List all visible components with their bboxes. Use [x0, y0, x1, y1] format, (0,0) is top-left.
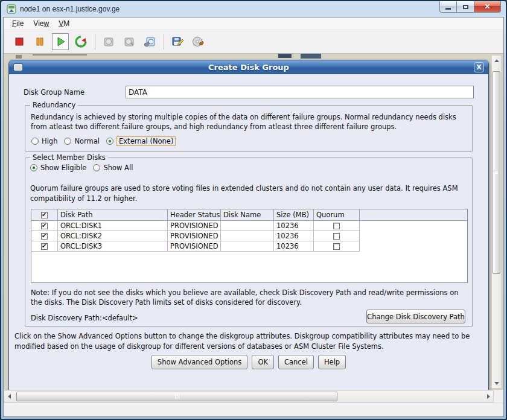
minimize-button[interactable] [439, 1, 457, 13]
advanced-options-note: Click on the Show Advanced Options butto… [14, 331, 484, 352]
minimize-icon [445, 8, 451, 10]
disk-discovery-path-label: Disk Discovery Path:<default> [31, 314, 138, 322]
redundancy-options: High Normal External (None) [31, 136, 182, 146]
quorum-checkbox[interactable] [333, 223, 340, 229]
power-on-button[interactable] [52, 33, 69, 50]
member-disk-filters: Show Eligible Show All [30, 164, 139, 172]
table-row[interactable]: ORCL:DISK1 PROVISIONED 10236 [31, 221, 467, 231]
horizontal-scrollbar-thumb[interactable] [16, 392, 337, 401]
cell-header-status: PROVISIONED [168, 241, 221, 252]
quorum-checkbox[interactable] [333, 233, 340, 240]
power-off-button[interactable] [11, 33, 28, 50]
dialog-titlebar[interactable]: Create Disk Group X [9, 60, 488, 74]
vertical-scrollbar-thumb[interactable] [493, 71, 500, 274]
radio-normal[interactable]: Normal [64, 137, 100, 145]
select-all-checkbox[interactable] [41, 212, 48, 218]
change-disk-discovery-path-button[interactable]: Change Disk Discovery Path [366, 310, 465, 323]
edit-settings-button[interactable] [169, 33, 186, 50]
reset-icon [74, 35, 88, 48]
radio-show-eligible-icon[interactable] [30, 164, 37, 171]
help-button[interactable]: Help [318, 355, 346, 369]
radio-high[interactable]: High [31, 137, 57, 145]
disk-group-name-input[interactable] [126, 86, 474, 98]
radio-high-icon[interactable] [31, 138, 39, 145]
redundancy-description: Redundancy is achieved by storing multip… [31, 112, 467, 132]
column-header-quorum[interactable]: Quorum [314, 209, 360, 221]
cell-disk-path: ORCL:DISK1 [58, 221, 168, 231]
window-client-area: File View VM [3, 17, 504, 417]
row-select-checkbox[interactable] [41, 243, 48, 250]
scroll-down-button[interactable] [492, 378, 501, 388]
disk-group-name-label: Disk Group Name [24, 88, 84, 97]
menu-view[interactable]: View [28, 18, 54, 29]
suspend-button[interactable] [31, 33, 48, 50]
reset-button[interactable] [72, 33, 89, 50]
status-bar [4, 402, 503, 416]
ok-button[interactable]: OK [252, 355, 274, 369]
redundancy-legend: Redundancy [30, 101, 78, 109]
background-window-fragment [33, 54, 87, 56]
column-header-disk-name[interactable]: Disk Name [221, 209, 274, 221]
cancel-button[interactable]: Cancel [278, 355, 314, 369]
window-titlebar[interactable]: node1 on esx-n1.justice.gov.ge ✕ [1, 1, 506, 17]
arrow-left-icon [8, 394, 11, 399]
snapshot-manager-button[interactable] [141, 33, 158, 50]
maximize-button[interactable] [457, 1, 474, 13]
power-on-icon [54, 35, 67, 48]
member-disks-table: Disk Path Header Status Disk Name Size (… [31, 209, 468, 283]
dialog-close-button[interactable]: X [474, 62, 484, 72]
radio-external-none[interactable]: External (None) [106, 136, 176, 146]
radio-external-none-icon[interactable] [106, 138, 113, 145]
menu-bar: File View VM [4, 18, 503, 30]
table-row[interactable]: ORCL:DISK2 PROVISIONED 10236 [31, 231, 467, 241]
row-select-checkbox[interactable] [41, 223, 48, 229]
horizontal-scrollbar[interactable] [4, 390, 494, 402]
install-update-tools-icon [191, 35, 205, 48]
disk-discovery-note: Note: If you do not see the disks which … [31, 288, 467, 307]
take-snapshot-button[interactable] [100, 33, 117, 50]
scroll-left-button[interactable] [4, 391, 14, 402]
row-select-checkbox[interactable] [41, 233, 48, 240]
radio-show-eligible[interactable]: Show Eligible [30, 164, 86, 172]
quorum-checkbox[interactable] [333, 243, 340, 250]
radio-show-all-icon[interactable] [93, 164, 100, 171]
column-header-disk-path[interactable]: Disk Path [58, 209, 168, 221]
revert-snapshot-button[interactable] [121, 33, 138, 50]
arrow-right-icon [487, 394, 490, 399]
toolbar-separator [164, 34, 164, 49]
vm-console-window: node1 on esx-n1.justice.gov.ge ✕ File Vi… [0, 0, 507, 420]
install-update-tools-button[interactable] [190, 33, 206, 50]
thumb-grip-icon [174, 394, 180, 399]
thumb-grip-icon [495, 170, 498, 174]
column-header-size-mb[interactable]: Size (MB) [274, 209, 314, 221]
member-disks-legend: Select Member Disks [30, 153, 108, 162]
toolbar-separator [95, 34, 95, 49]
cell-size-mb: 10236 [274, 221, 314, 231]
scroll-right-button[interactable] [483, 391, 493, 402]
column-header-filler [360, 209, 467, 221]
radio-show-all[interactable]: Show All [93, 164, 133, 172]
scroll-up-button[interactable] [492, 56, 501, 65]
background-window-fragment [278, 54, 292, 58]
select-all-header-cell[interactable] [31, 209, 58, 221]
cell-header-status: PROVISIONED [168, 221, 221, 231]
radio-normal-icon[interactable] [64, 138, 71, 145]
vertical-scrollbar[interactable] [491, 55, 502, 389]
table-row[interactable]: ORCL:DISK3 PROVISIONED 10236 [31, 241, 467, 252]
background-window-fragment [16, 55, 22, 59]
cell-header-status: PROVISIONED [168, 231, 221, 241]
maximize-icon [463, 5, 468, 9]
edit-settings-icon [171, 35, 184, 48]
show-advanced-options-button[interactable]: Show Advanced Options [151, 355, 248, 369]
menu-file[interactable]: File [7, 18, 28, 29]
power-off-icon [13, 35, 26, 48]
toolbar [4, 30, 503, 54]
take-snapshot-icon [102, 35, 115, 48]
close-button[interactable]: ✕ [474, 1, 501, 13]
console-viewport[interactable]: Create Disk Group X Disk Group Name Redu… [4, 54, 503, 390]
menu-vm[interactable]: VM [54, 18, 74, 29]
suspend-icon [33, 35, 46, 48]
dialog-title: Create Disk Group [9, 63, 488, 72]
column-header-header-status[interactable]: Header Status [168, 209, 221, 221]
table-header-row: Disk Path Header Status Disk Name Size (… [31, 209, 467, 221]
